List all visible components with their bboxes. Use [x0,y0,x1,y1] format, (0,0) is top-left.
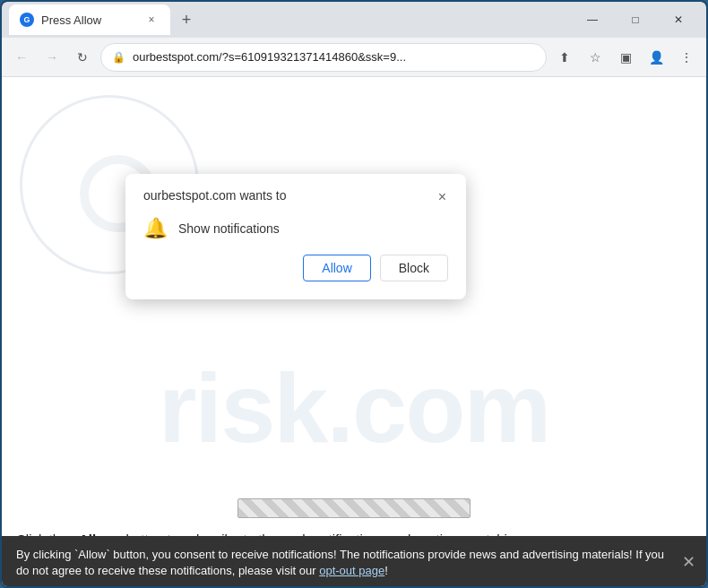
bottom-notification-bar: By clicking `Allow` button, you consent … [2,536,706,588]
popup-buttons: Allow Block [143,255,448,281]
tab-favicon: G [20,13,34,27]
share-button[interactable]: ⬆ [552,45,577,70]
block-button[interactable]: Block [380,255,448,281]
maximize-button[interactable]: □ [615,5,656,34]
profile-button[interactable]: 👤 [643,45,669,70]
title-bar: G Press Allow × + — □ ✕ [2,2,706,38]
url-bar[interactable]: 🔒 ourbestspot.com/?s=610919321371414860&… [100,43,547,72]
bottom-bar-close-button[interactable]: ✕ [682,551,695,574]
permission-popup: ourbestspot.com wants to × 🔔 Show notifi… [125,174,466,299]
split-view-button[interactable]: ▣ [613,45,638,70]
popup-close-button[interactable]: × [436,188,448,206]
url-text: ourbestspot.com/?s=610919321371414860&ss… [133,50,535,64]
progress-bar [237,498,471,518]
close-window-button[interactable]: ✕ [658,5,699,34]
window-controls: — □ ✕ [572,5,699,34]
watermark-text: risk.com [2,350,706,464]
allow-button[interactable]: Allow [303,255,370,281]
popup-header: ourbestspot.com wants to × [143,188,448,206]
lock-icon: 🔒 [112,51,125,64]
content-area: risk.com ourbestspot.com wants to × 🔔 Sh… [2,77,706,588]
new-tab-button[interactable]: + [174,7,199,32]
minimize-button[interactable]: — [572,5,613,34]
reload-button[interactable]: ↻ [70,45,95,70]
notification-label: Show notifications [178,221,280,236]
bookmark-button[interactable]: ☆ [583,45,608,70]
menu-button[interactable]: ⋮ [674,45,699,70]
tab-area: G Press Allow × + [9,4,572,35]
bottom-bar-message-end: ! [384,564,388,577]
opt-out-link[interactable]: opt-out page [319,564,384,577]
popup-title: ourbestspot.com wants to [143,188,287,203]
browser-tab[interactable]: G Press Allow × [9,4,170,35]
back-button[interactable]: ← [9,45,34,70]
bell-icon: 🔔 [143,217,168,240]
progress-area [237,498,471,518]
forward-button[interactable]: → [39,45,65,70]
address-bar: ← → ↻ 🔒 ourbestspot.com/?s=6109193213714… [2,38,706,77]
tab-close-button[interactable]: × [143,12,160,28]
popup-notification-row: 🔔 Show notifications [143,217,448,240]
tab-title: Press Allow [41,13,101,27]
